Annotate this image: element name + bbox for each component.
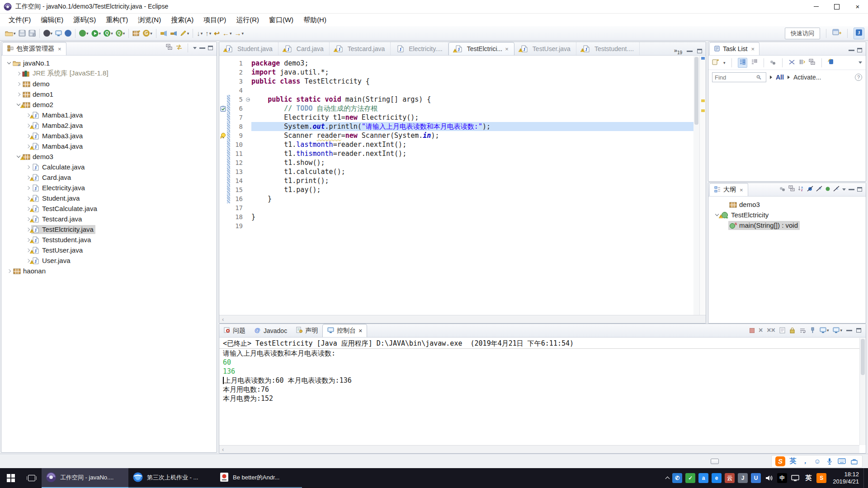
editor-tab-testuser-java[interactable]: JTestUser.java [514, 42, 576, 55]
editor-tab-student-java[interactable]: JStudent.java [219, 42, 278, 55]
expand-chevron-icon[interactable] [6, 268, 12, 274]
console-open-console-dropdown-icon[interactable]: ▾ [833, 327, 842, 333]
menu-edit[interactable]: 编辑(E) [36, 14, 68, 26]
tray-alitalk-icon[interactable]: a [698, 473, 708, 483]
tree-item-mamba1-java[interactable]: JMamba1.java [1, 110, 217, 120]
minimize-view-icon[interactable] [199, 47, 205, 49]
menu-run[interactable]: 运行(R) [231, 14, 264, 26]
tree-item-card-java[interactable]: JCard.java [1, 172, 217, 183]
quick-access-box[interactable]: 快速访问 [785, 28, 820, 39]
expand-chevron-icon[interactable] [15, 70, 22, 77]
tab-overflow-chevron[interactable]: »19 [674, 47, 682, 55]
taskbar-clock[interactable]: 18:12 2019/4/21 [828, 468, 863, 488]
overview-ruler[interactable] [699, 56, 706, 315]
toolbar-search-flashlight[interactable] [169, 28, 178, 39]
console-minimize-icon[interactable] [846, 330, 852, 331]
tree-item-testelctricity-java[interactable]: JTestElctricity.java [1, 224, 217, 235]
console-horizontal-scrollbar[interactable]: ‹ [219, 445, 859, 453]
code-line-19[interactable]: 19 [219, 221, 706, 230]
maximize-view-icon[interactable] [857, 48, 862, 52]
toolbar-run[interactable]: ▾ [90, 28, 102, 39]
group-by-icon[interactable] [799, 59, 805, 67]
sogou-logo-icon[interactable]: S [775, 456, 785, 466]
code-line-15[interactable]: 15 t1.pay(); [219, 185, 706, 194]
hide-non-public-icon[interactable] [825, 185, 830, 193]
code-line-9[interactable]: 9 Scanner reader=new Scanner(System.in); [219, 131, 706, 140]
menu-project[interactable]: 项目(P) [198, 14, 231, 26]
outline-item-testelctricity[interactable]: TestElctricity [708, 210, 866, 220]
toolbar-save-all[interactable] [28, 28, 37, 39]
input-panel-icon[interactable] [711, 459, 719, 464]
outline-tab[interactable]: 大纲 × [709, 183, 748, 196]
scheduled-mode-icon[interactable] [751, 59, 758, 67]
package-explorer-tab[interactable]: 包资源管理器 × [2, 42, 66, 55]
tray-security-shield-icon[interactable]: ✓ [685, 473, 695, 483]
link-with-editor-icon[interactable] [175, 44, 183, 52]
code-line-11[interactable]: 11 t1.thismonth=reader.nextInt(); [219, 149, 706, 158]
open-perspective-icon[interactable] [832, 28, 841, 38]
punct-mode-icon[interactable]: ， [801, 457, 810, 466]
expand-chevron-icon[interactable] [25, 164, 31, 170]
code-line-3[interactable]: 3public class TestElctricity { [219, 77, 706, 86]
tray-ime-mode-icon[interactable]: 中 [777, 473, 787, 483]
close-view-icon[interactable]: × [751, 46, 755, 52]
console-maximize-icon[interactable] [856, 328, 861, 333]
tray-browser-tray-icon[interactable]: e [712, 473, 722, 483]
toolbar-forward[interactable]: →▾ [233, 28, 245, 39]
console-scroll-lock-icon[interactable] [789, 327, 795, 333]
editor-horizontal-scrollbar[interactable]: ‹ [219, 315, 706, 323]
task-list-tab[interactable]: Task List × [709, 42, 760, 55]
maximize-editor-icon[interactable] [697, 49, 702, 53]
tree-item-student-java[interactable]: JStudent.java [1, 193, 217, 203]
editor-vertical-scrollbar[interactable] [693, 56, 699, 315]
code-line-10[interactable]: 10 t1.lastmonth=reader.nextInt(); [219, 140, 706, 149]
focus-on-workweek-icon[interactable] [770, 59, 776, 67]
tray-clipper-icon[interactable]: J [738, 473, 748, 483]
minimize-view-icon[interactable] [849, 50, 854, 51]
fold-column[interactable] [245, 98, 251, 102]
tray-volume-icon[interactable] [764, 473, 774, 483]
code-line-16[interactable]: 16 } [219, 194, 706, 203]
filter-all-link[interactable]: All [776, 74, 784, 81]
find-input[interactable] [712, 74, 756, 81]
soft-keyboard-icon[interactable] [837, 457, 846, 466]
toolbar-next-annotation[interactable]: ↓▾ [196, 28, 203, 39]
java-perspective-icon[interactable]: J [854, 28, 864, 39]
hide-local-types-icon[interactable]: L [833, 185, 840, 193]
help-icon[interactable]: ? [855, 74, 862, 81]
tray-display-icon[interactable] [790, 473, 800, 483]
tray-lang-indicator-icon[interactable]: 英 [803, 473, 813, 483]
console-remove-all-terminated-icon[interactable]: ×× [767, 326, 775, 334]
action-center-button[interactable] [863, 468, 868, 488]
tree-item-electricity-java[interactable]: JElectricity.java [1, 183, 217, 193]
code-line-1[interactable]: 1package demo3; [219, 59, 706, 68]
start-button[interactable] [0, 468, 22, 488]
code-line-14[interactable]: 14 t1.print(); [219, 176, 706, 185]
minimize-editor-icon[interactable] [687, 51, 693, 52]
toolbar-new-class[interactable]: G▾ [142, 28, 153, 39]
view-menu-icon[interactable] [842, 188, 846, 191]
tray-sogou-tray-icon[interactable]: S [816, 473, 826, 483]
tree-item-demo3[interactable]: demo3 [1, 151, 217, 162]
editor-tab-testelctrici[interactable]: JTestElctrici...× [448, 42, 514, 55]
console-terminate-icon[interactable] [750, 328, 755, 333]
activate-link[interactable]: Activate... [793, 74, 821, 81]
code-line-2[interactable]: 2import java.util.*; [219, 68, 706, 77]
tray-phone-assistant-icon[interactable]: ✆ [672, 473, 682, 483]
console-output[interactable]: <已终止> TestElctricity [Java 应用程序] D:\JAVA… [219, 338, 859, 445]
toolbar-open-type[interactable] [159, 28, 168, 39]
maximize-view-icon[interactable] [857, 187, 862, 192]
tree-item-jre-系统库-javase-1-8[interactable]: JRE 系统库 [JavaSE-1.8] [1, 68, 217, 79]
outline-item-main-string-void[interactable]: Smain(String[]) : void [708, 220, 866, 230]
synchronize-icon[interactable] [828, 58, 835, 67]
menu-file[interactable]: 文件(F) [4, 14, 36, 26]
menu-navigate[interactable]: 浏览(N) [133, 14, 166, 26]
emoji-face-icon[interactable]: ☺ [813, 457, 822, 466]
toolbar-new-wizard[interactable]: ▾ [4, 28, 17, 39]
close-view-icon[interactable]: × [740, 187, 743, 193]
menu-search[interactable]: 搜索(A) [166, 14, 198, 26]
expand-chevron-icon[interactable] [15, 91, 22, 98]
console-remove-launch-icon[interactable]: × [759, 326, 763, 334]
toolbar-new-java-project[interactable] [132, 28, 141, 39]
toolbar-debug[interactable]: ▾ [78, 28, 90, 39]
